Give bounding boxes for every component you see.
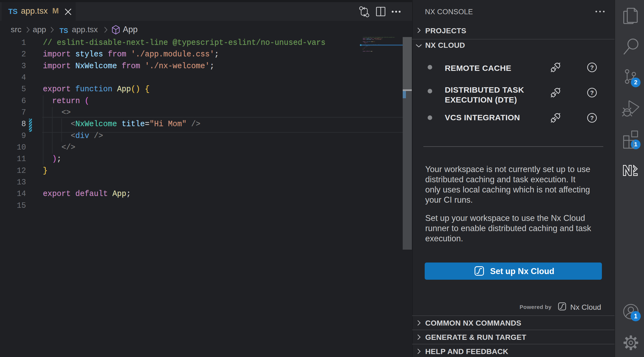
svg-text:?: ?: [590, 115, 594, 121]
svg-text:?: ?: [590, 64, 594, 71]
svg-text:?: ?: [590, 89, 594, 96]
